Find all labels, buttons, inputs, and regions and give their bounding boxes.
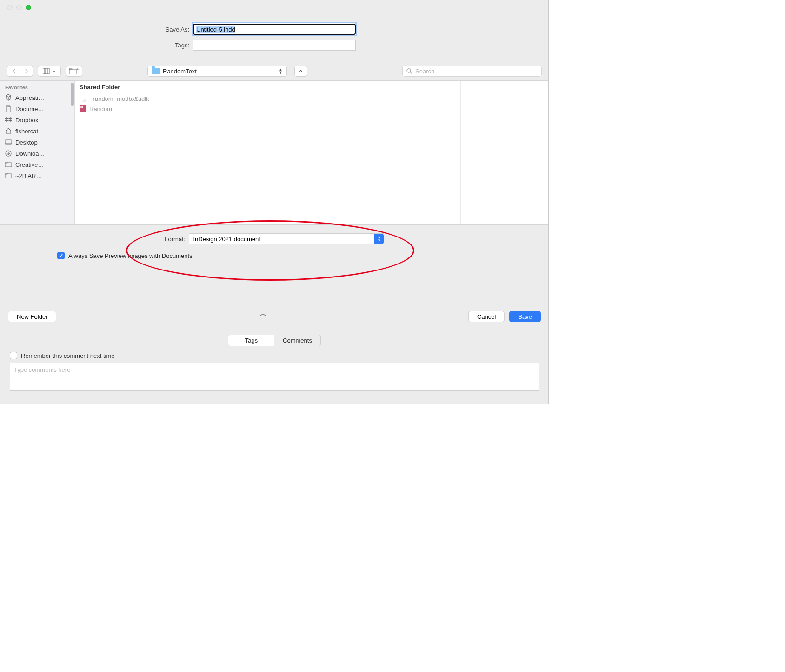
sidebar-item-home[interactable]: fishercat (0, 125, 74, 137)
column-header: Shared Folder (75, 81, 205, 93)
preview-checkbox-label: Always Save Preview Images with Document… (68, 252, 193, 259)
file-name: Random (89, 105, 112, 112)
file-column-1[interactable]: Shared Folder ~random~modbx$.idlk Random (75, 81, 205, 224)
svg-rect-2 (47, 68, 49, 74)
comments-panel: Tags Comments Remember this comment next… (0, 327, 548, 404)
sidebar-section-header: Favorites (0, 84, 74, 92)
sidebar-item-applications[interactable]: Applicati… (0, 92, 74, 103)
sidebar-item-label: Dropbox (15, 117, 38, 124)
annotation-ellipse (126, 220, 414, 281)
tab-tags[interactable]: Tags (228, 335, 274, 346)
preview-checkbox[interactable]: ✓ (57, 252, 65, 259)
sidebar: Favorites Applicati… Docume… Dropbox fis… (0, 81, 75, 224)
updown-arrows-icon: ▲▼ (374, 234, 384, 244)
svg-rect-10 (7, 107, 11, 112)
folder-icon (152, 68, 160, 74)
format-area: Format: InDesign 2021 document ▲▼ ✓ Alwa… (0, 225, 548, 306)
sidebar-item-creative[interactable]: Creative… (0, 159, 74, 170)
home-icon (4, 127, 13, 135)
collapse-button[interactable] (294, 66, 307, 77)
folder-icon (4, 172, 13, 179)
sidebar-item-label: Applicati… (15, 94, 44, 101)
sidebar-item-label: fishercat (15, 128, 38, 135)
sidebar-item-downloads[interactable]: Downloa… (0, 148, 74, 159)
sidebar-item-label: Creative… (15, 161, 44, 168)
svg-rect-0 (43, 68, 45, 74)
titlebar (0, 0, 548, 14)
resize-grip-icon[interactable]: ⌃ (256, 312, 268, 321)
tags-input[interactable] (193, 40, 356, 51)
search-box[interactable] (402, 66, 542, 77)
file-name: ~random~modbx$.idlk (89, 95, 149, 102)
svg-rect-1 (45, 68, 47, 74)
svg-rect-11 (5, 140, 12, 144)
remember-checkbox-label: Remember this comment next time (21, 352, 115, 359)
sidebar-item-label: Docume… (15, 105, 44, 112)
columns-icon (43, 68, 51, 74)
browser-toolbar: RandomText ▲▼ (0, 62, 548, 81)
chevron-up-icon (299, 70, 303, 72)
sidebar-item-label: ~2B AR… (15, 172, 42, 179)
svg-point-7 (407, 69, 411, 72)
file-column-3[interactable] (335, 81, 461, 224)
nav-forward-button[interactable] (20, 66, 33, 77)
sidebar-item-label: Desktop (15, 139, 38, 146)
saveas-input[interactable] (193, 24, 356, 35)
window-close-button[interactable] (7, 5, 13, 10)
tab-comments[interactable]: Comments (274, 335, 320, 346)
remember-checkbox[interactable] (10, 352, 17, 359)
save-form: Save As: Tags: (0, 14, 548, 62)
dropbox-icon (4, 116, 13, 124)
sidebar-item-desktop[interactable]: Desktop (0, 137, 74, 148)
save-dialog-window: Save As: Tags: RandomText (0, 0, 549, 404)
svg-rect-3 (69, 69, 77, 74)
dialog-footer: New Folder ⌃ Cancel Save (0, 306, 548, 327)
applications-icon (4, 94, 13, 101)
new-folder-button[interactable]: New Folder (8, 311, 56, 322)
file-column-2[interactable] (205, 81, 335, 224)
folder-plus-icon (69, 68, 79, 74)
window-minimize-button[interactable] (16, 5, 22, 10)
file-browser: Favorites Applicati… Docume… Dropbox fis… (0, 81, 548, 225)
window-maximize-button[interactable] (26, 5, 31, 10)
column-view: Shared Folder ~random~modbx$.idlk Random (75, 81, 548, 224)
svg-line-8 (410, 72, 412, 74)
remember-checkbox-row[interactable]: Remember this comment next time (10, 352, 539, 359)
file-row[interactable]: ~random~modbx$.idlk (75, 93, 205, 104)
updown-arrows-icon: ▲▼ (279, 68, 283, 74)
file-icon (80, 95, 86, 102)
documents-icon (4, 105, 13, 112)
sidebar-item-dropbox[interactable]: Dropbox (0, 114, 74, 125)
nav-back-button[interactable] (7, 66, 20, 77)
comments-textarea[interactable] (10, 363, 539, 391)
view-mode-button[interactable] (38, 66, 61, 77)
location-dropdown[interactable]: RandomText ▲▼ (147, 66, 287, 77)
location-folder-name: RandomText (163, 68, 276, 75)
segmented-control: Tags Comments (228, 335, 321, 346)
saveas-label: Save As: (16, 26, 193, 33)
downloads-icon (4, 150, 13, 157)
folder-icon (4, 161, 13, 168)
file-row[interactable]: Random (75, 104, 205, 114)
tags-label: Tags: (16, 42, 193, 49)
save-button[interactable]: Save (509, 311, 541, 322)
sidebar-item-2bar[interactable]: ~2B AR… (0, 170, 74, 181)
chevron-down-icon (53, 70, 56, 72)
new-folder-icon-button[interactable] (66, 66, 82, 77)
format-dropdown[interactable]: InDesign 2021 document ▲▼ (189, 233, 384, 244)
cancel-button[interactable]: Cancel (468, 311, 505, 322)
format-value: InDesign 2021 document (193, 236, 260, 243)
sidebar-item-label: Downloa… (15, 150, 45, 157)
sidebar-item-documents[interactable]: Docume… (0, 103, 74, 114)
indesign-file-icon (80, 105, 86, 112)
desktop-icon (4, 138, 13, 146)
format-label: Format: (165, 236, 186, 243)
search-icon (406, 68, 412, 74)
search-input[interactable] (415, 68, 538, 75)
sidebar-scrollbar[interactable] (71, 83, 74, 106)
preview-checkbox-row[interactable]: ✓ Always Save Preview Images with Docume… (0, 252, 548, 259)
